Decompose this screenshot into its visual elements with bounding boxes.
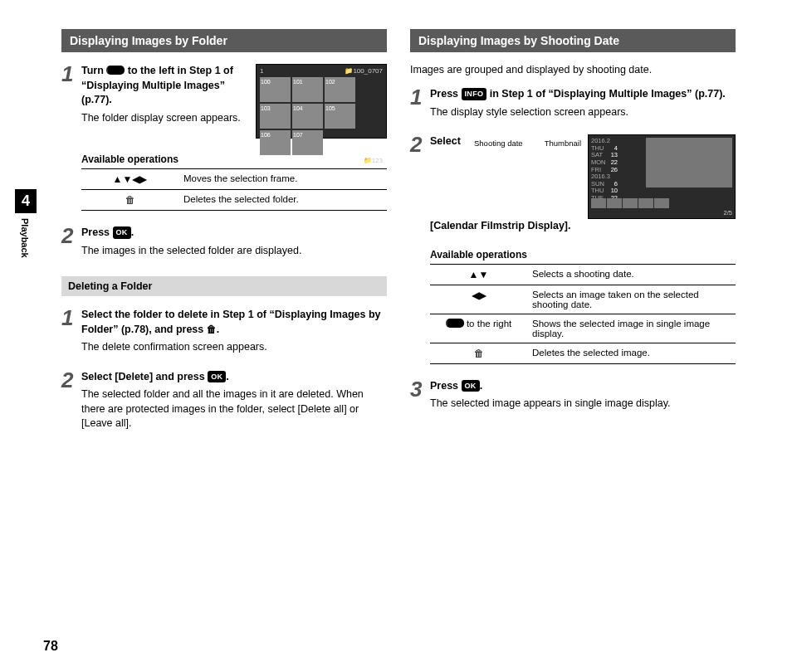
step-number: 2: [61, 221, 73, 251]
label-thumbnail: Thumbnail: [545, 138, 581, 149]
trash-icon: 🗑: [207, 324, 217, 335]
ops-title: Available operations: [430, 249, 736, 261]
ok-icon: OK: [462, 380, 480, 392]
right-step-2: 2 📁100-0505 2016.2THU4SAT13MON22FRI26201…: [430, 134, 736, 234]
left-step-1: 1 1📁100_0707 100101102103104105106107 📁1…: [81, 64, 387, 139]
ops-table-date: ▲▼Selects a shooting date.◀▶Selects an i…: [430, 264, 736, 364]
info-icon: INFO: [462, 88, 487, 100]
step-number: 1: [410, 82, 422, 112]
intro-text: Images are grouped and displayed by shoo…: [410, 64, 736, 75]
step-number: 2: [61, 365, 73, 395]
ops-table-folder: ▲▼◀▶Moves the selection frame.🗑Deletes t…: [81, 168, 387, 211]
step-number: 2: [410, 129, 422, 159]
left-step-2: 2 Press OK. The images in the selected f…: [81, 226, 387, 258]
delete-step-2: 2 Select [Delete] and press OK. The sele…: [81, 370, 387, 431]
trash-icon: 🗑: [125, 194, 135, 206]
folder-thumbnail-screen: 1📁100_0707 100101102103104105106107 📁123: [256, 64, 387, 139]
page-number: 78: [43, 639, 58, 654]
ok-icon: OK: [208, 371, 226, 383]
label-shooting-date: Shooting date: [474, 138, 523, 149]
trash-icon: 🗑: [474, 348, 484, 359]
step-number: 3: [410, 374, 422, 404]
right-step-3: 3 Press OK. The selected image appears i…: [430, 379, 736, 411]
step-number: 1: [61, 59, 73, 89]
dial-icon: [106, 66, 125, 75]
section-header-folder: Displaying Images by Folder: [61, 29, 387, 52]
ok-icon: OK: [113, 226, 131, 239]
sub-header-delete: Deleting a Folder: [61, 276, 387, 296]
right-step-1: 1 Press INFO in Step 1 of “Displaying Mu…: [430, 87, 736, 119]
step-number: 1: [61, 303, 73, 333]
calendar-thumbnail-screen: 📁100-0505 2016.2THU4SAT13MON22FRI262016.…: [588, 134, 736, 219]
dial-icon: [446, 319, 464, 328]
delete-step-1: 1 Select the folder to delete in Step 1 …: [81, 308, 387, 355]
section-header-date: Displaying Images by Shooting Date: [410, 29, 736, 52]
